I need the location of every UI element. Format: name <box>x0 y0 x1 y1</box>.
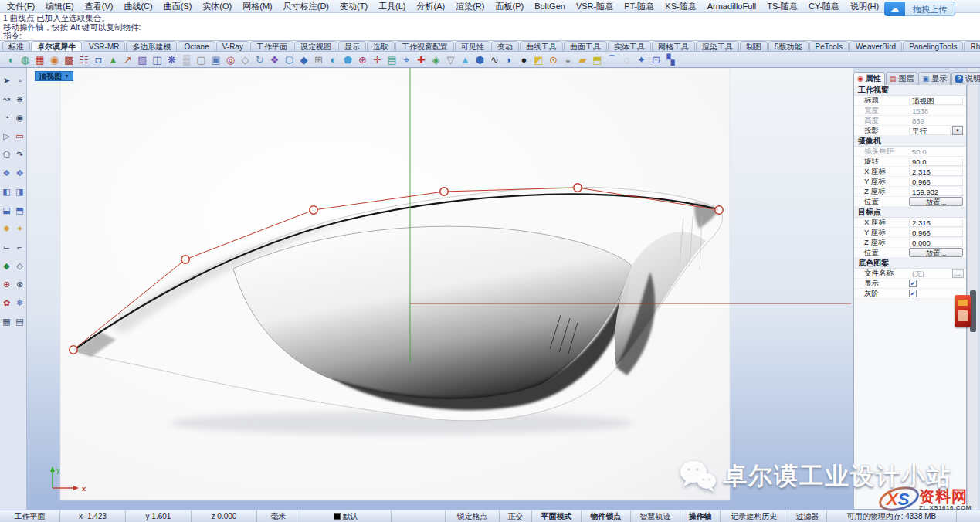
menu-item[interactable]: 网格(M) <box>237 1 278 12</box>
toolbar-icon[interactable]: ⊡ <box>649 53 663 67</box>
toolbar-icon[interactable]: ▲ <box>458 53 473 67</box>
toolbar-tab[interactable]: 曲线工具 <box>520 41 563 51</box>
toolbar-icon[interactable]: ✛ <box>370 53 385 67</box>
floating-red-badge[interactable] <box>955 295 971 327</box>
toolbar-tab[interactable]: WeaverBird <box>849 41 902 51</box>
toolbar-icon[interactable]: ⊙ <box>546 53 561 67</box>
toolbar-icon[interactable]: ◒ <box>561 53 575 67</box>
toolbar-tab[interactable]: PeTools <box>809 41 849 51</box>
toolbar-icon[interactable]: ∿ <box>487 53 502 67</box>
toolbar-icon[interactable]: ❖ <box>267 53 282 67</box>
left-toolbar-icon[interactable]: ⌙ <box>3 242 10 253</box>
property-value[interactable]: 2.316 <box>909 219 963 227</box>
left-toolbar-icon[interactable]: ⊗ <box>16 279 23 290</box>
panel-tab-说明[interactable]: ?说明 <box>951 72 980 85</box>
toolbar-tab[interactable]: 显示 <box>338 41 366 51</box>
left-toolbar-icon[interactable]: ✥ <box>16 168 23 178</box>
left-toolbar-icon[interactable]: ◇ <box>16 260 22 271</box>
left-toolbar-icon[interactable]: ◧ <box>2 186 10 197</box>
status-正交[interactable]: 正交 <box>500 510 532 522</box>
menu-item[interactable]: 实体(O) <box>197 1 237 12</box>
panel-scrollbar[interactable] <box>967 68 978 510</box>
toolbar-icon[interactable]: ⬢ <box>473 53 487 67</box>
menu-item[interactable]: 编辑(E) <box>40 1 80 12</box>
toolbar-tab[interactable]: VSR-MR <box>83 41 125 51</box>
toolbar-icon[interactable]: ⬒ <box>590 53 605 67</box>
toolbar-icon[interactable]: ● <box>517 53 531 67</box>
panel-tab-属性[interactable]: ◉属性 <box>853 72 885 85</box>
property-value[interactable]: 90.0 <box>909 158 963 166</box>
status-过滤器[interactable]: 过滤器 <box>788 510 827 522</box>
left-toolbar-icon[interactable]: ◨ <box>15 186 23 197</box>
toolbar-tab[interactable]: 工作平面 <box>250 41 293 51</box>
property-value[interactable]: 2.316 <box>909 168 963 176</box>
toolbar-icon[interactable]: ↻ <box>253 53 267 67</box>
toolbar-tab[interactable]: 变动 <box>491 41 519 51</box>
menu-item[interactable]: BoltGen <box>529 2 571 11</box>
control-point[interactable] <box>715 206 723 214</box>
toolbar-icon[interactable]: ❋ <box>164 53 179 67</box>
left-toolbar-icon[interactable]: ⬓ <box>2 205 10 215</box>
toolbar-icon[interactable]: ◎ <box>223 53 238 67</box>
toolbar-tab[interactable]: 卓尔谟犀牛 <box>31 41 82 51</box>
left-toolbar-icon[interactable]: ↷ <box>16 149 23 160</box>
toolbar-tab[interactable]: 网格工具 <box>652 41 695 51</box>
toolbar-tab[interactable]: 工作视窗配置 <box>395 41 454 51</box>
property-value[interactable]: 0.966 <box>909 178 963 186</box>
toolbar-icon[interactable]: ◍ <box>18 53 32 67</box>
toolbar-icon[interactable]: ▩ <box>62 53 76 67</box>
toolbar-icon[interactable]: ◖ <box>3 53 18 67</box>
menu-item[interactable]: KS-随意 <box>660 1 701 12</box>
toolbar-icon[interactable]: ⊕ <box>355 53 370 67</box>
menu-item[interactable]: TS-随意 <box>761 1 803 12</box>
left-toolbar-icon[interactable]: ▤ <box>15 316 23 327</box>
toolbar-icon[interactable]: ▚ <box>663 53 678 67</box>
toolbar-icon[interactable]: ◈ <box>429 53 443 67</box>
toolbar-icon[interactable]: ◌ <box>619 53 634 67</box>
toolbar-icon[interactable]: ▨ <box>135 53 150 67</box>
toolbar-icon[interactable]: ▒ <box>179 53 194 67</box>
menu-item[interactable]: 变动(T) <box>334 1 373 12</box>
left-toolbar-icon[interactable]: ∘ <box>17 75 22 86</box>
toolbar-icon[interactable]: ◘ <box>91 53 106 67</box>
menu-item[interactable]: 文件(F) <box>2 1 40 12</box>
toolbar-icon[interactable]: ☷ <box>76 53 91 67</box>
left-toolbar-icon[interactable]: ❄ <box>16 297 23 308</box>
browse-button[interactable]: ... <box>952 269 964 278</box>
toolbar-tab[interactable]: 渲染工具 <box>696 41 739 51</box>
dropdown-button[interactable]: ▼ <box>952 126 963 135</box>
toolbar-tab[interactable]: 设定视图 <box>294 41 337 51</box>
status-毫米[interactable]: 毫米 <box>257 510 300 522</box>
left-toolbar-icon[interactable]: ⋇ <box>16 93 23 104</box>
left-toolbar-icon[interactable]: ▭ <box>15 130 23 141</box>
toolbar-icon[interactable]: ◩ <box>531 53 546 67</box>
toolbar-icon[interactable]: ◉ <box>47 53 62 67</box>
menu-item[interactable]: ArmadilloFull <box>702 2 762 11</box>
toolbar-icon[interactable]: ⬡ <box>282 53 297 67</box>
toolbar-icon[interactable]: ⌖ <box>399 53 414 67</box>
toolbar-tab[interactable]: 5版功能 <box>768 41 809 51</box>
status-物件锁点[interactable]: 物件锁点 <box>582 510 631 522</box>
left-toolbar-icon[interactable]: ⌐ <box>17 242 22 253</box>
menu-item[interactable]: 工具(L) <box>373 1 411 12</box>
toolbar-icon[interactable]: ◗ <box>502 53 517 67</box>
panel-tab-显示[interactable]: ▣显示 <box>918 72 951 85</box>
menu-item[interactable]: 查看(V) <box>80 1 119 12</box>
toolbar-tab[interactable]: Octane <box>178 41 215 51</box>
control-point[interactable] <box>574 184 582 192</box>
control-point[interactable] <box>310 206 317 214</box>
menu-item[interactable]: 分析(A) <box>412 1 451 12</box>
toolbar-icon[interactable]: ◐ <box>326 53 341 67</box>
property-value[interactable]: 顶视图 <box>909 97 963 105</box>
property-value[interactable]: 159.932 <box>909 188 963 196</box>
left-toolbar-icon[interactable]: ⬒ <box>15 205 23 215</box>
toolbar-icon[interactable]: ↗ <box>120 53 135 67</box>
property-value[interactable]: 0.000 <box>909 239 963 247</box>
toolbar-icon[interactable]: ⌒ <box>605 53 619 67</box>
menu-item[interactable]: CY-随意 <box>803 1 845 12</box>
toolbar-icon[interactable]: ▣ <box>209 53 223 67</box>
menu-item[interactable]: 面板(P) <box>490 1 529 12</box>
status-默认[interactable]: 默认 <box>300 510 392 522</box>
left-toolbar-icon[interactable]: ❖ <box>3 168 11 178</box>
panel-tab-图层[interactable]: ▤图层 <box>886 72 918 85</box>
